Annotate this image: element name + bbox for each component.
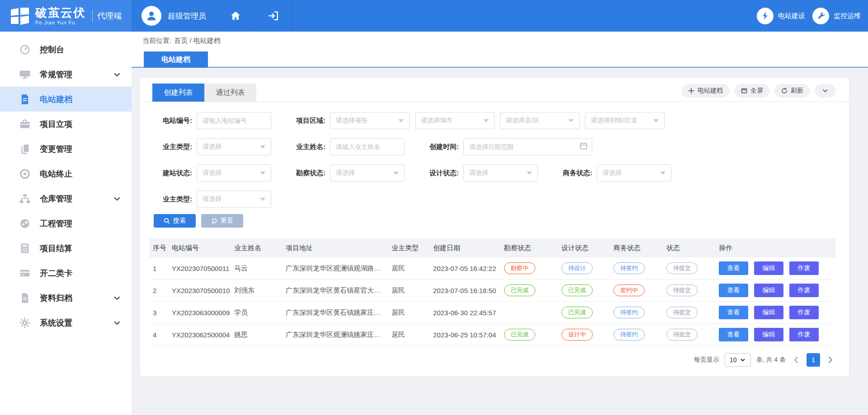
view-button[interactable]: 查看 bbox=[719, 306, 748, 319]
filter-label: 设计状态: bbox=[420, 169, 459, 177]
caret-down-icon bbox=[527, 172, 532, 175]
sidebar-item-station-termination[interactable]: 电站终止 bbox=[0, 161, 132, 186]
brand-subtitle: Po Jian Yun Fu bbox=[35, 20, 86, 25]
sidebar-item-label: 仓库管理 bbox=[40, 193, 113, 204]
refresh-button[interactable]: 刷新 bbox=[774, 84, 810, 98]
logout-button[interactable] bbox=[255, 0, 292, 32]
search-button[interactable]: 搜索 bbox=[154, 214, 196, 228]
filter-label: 业主类型: bbox=[154, 195, 192, 204]
void-button[interactable]: 作废 bbox=[789, 306, 819, 319]
design-status-select[interactable]: 请选择 bbox=[463, 164, 538, 182]
create-station-label: 电站建档 bbox=[698, 87, 723, 95]
sidebar-item-system-settings[interactable]: 系统设置 bbox=[0, 310, 132, 335]
select-placeholder: 请选择城市 bbox=[421, 117, 453, 125]
prev-page-button[interactable] bbox=[791, 353, 801, 367]
sidebar-item-label: 工程管理 bbox=[40, 218, 121, 229]
sidebar-item-project-initiation[interactable]: 项目立项 bbox=[0, 112, 132, 136]
current-user[interactable]: 超级管理员 bbox=[132, 0, 217, 32]
view-button[interactable]: 查看 bbox=[719, 284, 748, 297]
filter-owner-name: 业主姓名: bbox=[287, 138, 405, 155]
nav-monitor-ops-label: 监控运维 bbox=[834, 12, 861, 20]
build-status-select[interactable]: 请选择 bbox=[197, 164, 271, 182]
filter-owner-type: 业主类型: 请选择 bbox=[154, 138, 271, 155]
cell-address: 广东深圳龙华区观澜镇观湖路… bbox=[286, 264, 392, 273]
collapse-toolbar-button[interactable] bbox=[815, 84, 835, 98]
sidebar-item-console[interactable]: 控制台 bbox=[0, 37, 132, 62]
sidebar-item-label: 控制台 bbox=[40, 44, 121, 55]
cell-station-code: YX2023062500004 bbox=[172, 331, 234, 339]
sidebar-item-open-class2-card[interactable]: 开二类卡 bbox=[0, 261, 132, 285]
cell-owner-type: 居民 bbox=[392, 331, 433, 339]
tab-passed-list[interactable]: 通过列表 bbox=[204, 84, 256, 102]
edit-button[interactable]: 编辑 bbox=[754, 328, 783, 341]
town-select[interactable]: 请选择村镇/街道 bbox=[585, 112, 665, 129]
sidebar-item-general-mgmt[interactable]: 常规管理 bbox=[0, 62, 132, 87]
table-row: 3 YX2023063000009 学员 广东深圳龙华区黄石镇姚家庄… 居民 2… bbox=[149, 302, 835, 324]
col-header: 电站编号 bbox=[172, 244, 234, 252]
page-tab-station-archive[interactable]: 电站建档 bbox=[144, 51, 208, 68]
sidebar-item-warehouse-mgmt[interactable]: 仓库管理 bbox=[0, 186, 132, 211]
reset-icon bbox=[211, 218, 217, 224]
sidebar-item-change-mgmt[interactable]: 变更管理 bbox=[0, 136, 132, 161]
business-status-select[interactable]: 请选择 bbox=[597, 164, 671, 182]
filter-owner-type-2: 业主类型: 请选择 bbox=[154, 191, 271, 208]
owner-name-input[interactable] bbox=[330, 138, 405, 155]
cell-owner-name: 学员 bbox=[234, 308, 286, 317]
caret-down-icon bbox=[260, 172, 265, 175]
province-select[interactable]: 请选择省份 bbox=[330, 112, 410, 129]
cell-created: 2023-06-30 22:45:57 bbox=[433, 309, 504, 317]
survey-status-badge: 已完成 bbox=[504, 329, 535, 340]
sidebar-item-data-archiving[interactable]: 资料归档 bbox=[0, 285, 132, 310]
survey-status-select[interactable]: 请选择 bbox=[330, 164, 405, 182]
calculator-icon bbox=[19, 242, 31, 254]
cell-address: 广东深圳龙华区黄石镇星官大… bbox=[286, 286, 392, 295]
copy-icon bbox=[19, 143, 31, 155]
date-range-input[interactable] bbox=[463, 138, 592, 155]
sidebar-item-project-settlement[interactable]: 项目结算 bbox=[0, 236, 132, 261]
brand-title: 破茧云伏 bbox=[35, 7, 86, 19]
sidebar-item-engineering-mgmt[interactable]: 工程管理 bbox=[0, 211, 132, 236]
void-button[interactable]: 作废 bbox=[789, 284, 819, 297]
col-header: 业主姓名 bbox=[234, 244, 286, 252]
filter-row-2: 业主类型: 请选择 业主姓名: 创建时间 bbox=[154, 138, 835, 155]
owner-type-select[interactable]: 请选择 bbox=[197, 138, 271, 155]
fullscreen-button[interactable]: 全屏 bbox=[734, 84, 770, 98]
table-row: 1 YX2023070500011 马云 广东深圳龙华区观澜镇观湖路… 居民 2… bbox=[149, 257, 835, 280]
select-placeholder: 请选择 bbox=[203, 169, 222, 177]
design-status-badge: 待设计 bbox=[561, 262, 593, 274]
home-button[interactable] bbox=[217, 0, 255, 32]
reset-button[interactable]: 重置 bbox=[201, 214, 243, 228]
county-select[interactable]: 请选择县/区 bbox=[500, 112, 580, 129]
briefcase-icon bbox=[19, 118, 31, 130]
filter-label: 勘察状态: bbox=[287, 169, 326, 177]
edit-button[interactable]: 编辑 bbox=[754, 261, 783, 275]
create-station-button[interactable]: 电站建档 bbox=[681, 84, 730, 98]
nav-monitor-ops[interactable]: 监控运维 bbox=[812, 0, 861, 32]
cell-index: 1 bbox=[149, 265, 172, 272]
sidebar-item-station-archive[interactable]: 电站建档 bbox=[0, 87, 132, 112]
cell-station-code: YX2023070500011 bbox=[172, 265, 234, 272]
void-button[interactable]: 作废 bbox=[789, 328, 819, 341]
edit-button[interactable]: 编辑 bbox=[754, 306, 783, 319]
breadcrumb-path[interactable]: 首页 / 电站建档 bbox=[174, 37, 221, 45]
station-code-input[interactable] bbox=[197, 112, 271, 129]
col-header: 状态 bbox=[666, 244, 719, 252]
select-placeholder: 请选择 bbox=[203, 195, 222, 203]
nav-station-build[interactable]: 电站建设 bbox=[757, 0, 805, 32]
tab-create-list[interactable]: 创建列表 bbox=[152, 84, 204, 102]
per-page-select[interactable]: 10 bbox=[725, 353, 751, 367]
next-page-button[interactable] bbox=[826, 353, 835, 367]
caret-down-icon bbox=[398, 119, 404, 122]
view-button[interactable]: 查看 bbox=[719, 328, 748, 341]
page-number-1[interactable]: 1 bbox=[807, 353, 820, 367]
city-select[interactable]: 请选择城市 bbox=[415, 112, 495, 129]
cell-index: 3 bbox=[149, 309, 172, 317]
edit-button[interactable]: 编辑 bbox=[754, 284, 783, 297]
view-button[interactable]: 查看 bbox=[719, 261, 748, 275]
caret-down-icon bbox=[568, 119, 574, 122]
owner-type2-select[interactable]: 请选择 bbox=[197, 191, 271, 208]
caret-down-icon bbox=[653, 119, 659, 122]
void-button[interactable]: 作废 bbox=[789, 261, 819, 275]
user-avatar-icon bbox=[142, 6, 161, 26]
filter-create-time: 创建时间: bbox=[420, 138, 592, 155]
